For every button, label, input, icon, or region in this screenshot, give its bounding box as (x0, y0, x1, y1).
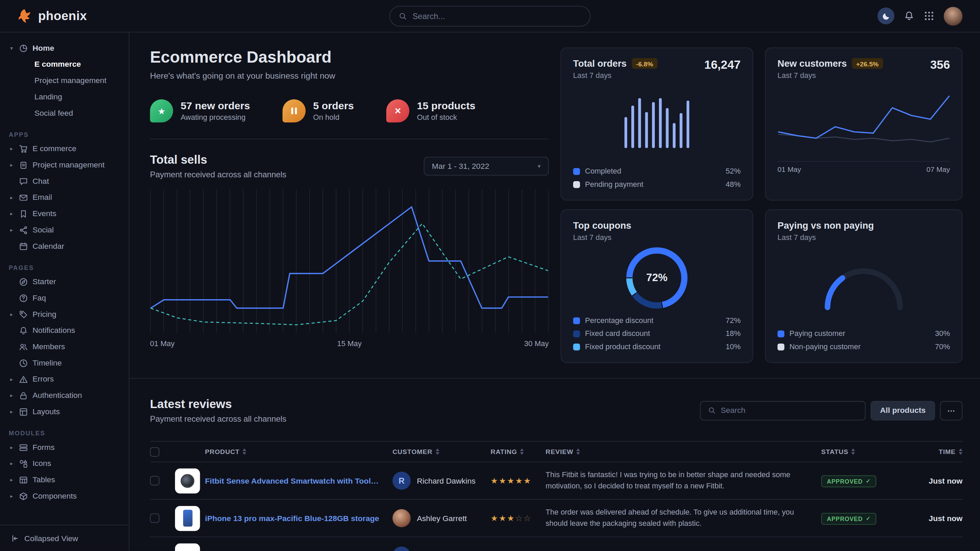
chevron-right-icon: ▸ (9, 195, 14, 200)
total-orders-value: 16,247 (704, 58, 741, 72)
global-search-input[interactable] (412, 11, 581, 21)
sidebar-item-icons[interactable]: ▸ Icons (0, 456, 129, 472)
sidebar-item-ecommerce-app[interactable]: ▸ E commerce (0, 141, 129, 157)
sidebar-item-faq[interactable]: Faq (0, 290, 129, 306)
sidebar-item-label: Forms (32, 443, 54, 452)
all-products-button[interactable]: All products (871, 400, 935, 420)
column-header-status[interactable]: STATUS (821, 448, 905, 456)
reviews-search-input[interactable] (721, 406, 858, 415)
sidebar-subitem-landing[interactable]: Landing (0, 89, 129, 105)
review-time: Just now (929, 514, 962, 523)
sidebar-item-events[interactable]: ▸ Events (0, 206, 129, 222)
column-header-time[interactable]: TIME (939, 448, 963, 456)
sidebar-item-timeline[interactable]: Timeline (0, 355, 129, 371)
total-sells-x-axis: 01 May 15 May 30 May (150, 339, 549, 348)
sidebar-item-label: Faq (32, 294, 46, 303)
phoenix-logo-icon (16, 8, 33, 24)
product-thumbnail[interactable] (175, 543, 200, 551)
sidebar-item-home[interactable]: ▾ Home (0, 40, 129, 56)
sidebar-item-label: Members (32, 342, 65, 351)
product-link[interactable]: iPhone 13 pro max-Pacific Blue-128GB sto… (205, 514, 393, 523)
sidebar-item-tables[interactable]: ▸ Tables (0, 472, 129, 488)
select-all-checkbox[interactable] (150, 447, 160, 456)
sidebar-item-email[interactable]: ▸ Email (0, 189, 129, 206)
column-label: STATUS (821, 448, 849, 456)
column-label: RATING (491, 448, 517, 456)
sidebar-item-starter[interactable]: Starter (0, 274, 129, 290)
row-checkbox[interactable] (150, 476, 160, 486)
chevron-right-icon: ▸ (9, 461, 14, 466)
shapes-icon (19, 459, 28, 468)
check-icon: ✓ (866, 515, 871, 521)
sidebar-item-components[interactable]: ▸ Components (0, 488, 129, 504)
sidebar-item-project-management-app[interactable]: ▸ Project management (0, 157, 129, 173)
legend-row: Pending payment 48% (573, 179, 741, 190)
chevron-down-icon: ▾ (9, 46, 14, 51)
avatar[interactable]: R (393, 472, 410, 490)
sidebar-item-forms[interactable]: ▸ Forms (0, 439, 129, 456)
pie-chart-icon (19, 44, 28, 53)
reviews-search[interactable] (700, 400, 865, 420)
sidebar-item-label: Home (32, 44, 54, 52)
legend-label: Completed (585, 167, 621, 176)
product-thumbnail[interactable] (175, 506, 200, 530)
sidebar-subitem-ecommerce[interactable]: E commerce (0, 56, 129, 73)
stat-out-of-stock: × 15 products Out of stock (386, 99, 476, 122)
new-customers-value: 356 (930, 58, 950, 72)
status-badge: APPROVED ✓ (821, 513, 877, 524)
customer-name: Ashley Garrett (417, 514, 467, 523)
review-time: Just now (929, 476, 962, 485)
status-badge: APPROVED ✓ (821, 475, 877, 487)
sidebar-item-layouts[interactable]: ▸ Layouts (0, 403, 129, 420)
legend-label: Pending payment (585, 180, 643, 189)
global-search[interactable] (389, 6, 590, 27)
sidebar-item-errors[interactable]: ▸ Errors (0, 371, 129, 387)
theme-toggle-button[interactable] (878, 8, 894, 24)
date-range-select[interactable]: Mar 1 - 31, 2022 ▾ (423, 157, 549, 176)
product-link[interactable]: Fitbit Sense Advanced Smartwatch with To… (205, 476, 393, 485)
column-header-rating[interactable]: RATING (491, 448, 546, 456)
sidebar-item-chat[interactable]: Chat (0, 173, 129, 189)
brand-logo[interactable]: phoenix (16, 8, 87, 24)
column-header-product[interactable]: PRODUCT (205, 448, 393, 456)
column-label: PRODUCT (205, 448, 240, 456)
notifications-bell-icon[interactable] (904, 11, 914, 21)
card-period: Last 7 days (573, 233, 631, 242)
sidebar-item-authentication[interactable]: ▸ Authentication (0, 387, 129, 403)
sidebar-item-label: Calendar (32, 241, 64, 251)
sidebar-item-label: Timeline (32, 359, 62, 368)
form-icon (19, 442, 28, 452)
column-header-customer[interactable]: CUSTOMER (393, 448, 491, 456)
avatar[interactable] (393, 546, 410, 551)
product-thumbnail[interactable] (175, 468, 200, 493)
search-icon (708, 407, 716, 414)
sidebar-item-members[interactable]: Members (0, 339, 129, 355)
avatar[interactable] (393, 509, 410, 527)
collapse-view-button[interactable]: Collapsed View (0, 525, 129, 551)
sidebar-item-label: Errors (32, 375, 54, 384)
sidebar-item-label: Authentication (32, 391, 82, 400)
check-icon: ✓ (866, 478, 871, 484)
calendar-icon (19, 241, 28, 251)
legend-swatch (573, 181, 580, 187)
share-icon (19, 225, 28, 235)
sidebar-subitem-project-management[interactable]: Project management (0, 73, 129, 89)
user-avatar[interactable] (944, 6, 963, 25)
sidebar-item-calendar[interactable]: Calendar (0, 238, 129, 254)
apps-grid-icon[interactable] (924, 11, 934, 21)
sort-icon (436, 449, 439, 454)
sort-icon (576, 449, 580, 454)
sidebar-subitem-social-feed[interactable]: Social feed (0, 105, 129, 121)
legend-label: Fixed card discount (585, 329, 650, 338)
more-options-button[interactable]: ⋯ (940, 400, 963, 420)
row-checkbox[interactable] (150, 514, 160, 523)
legend-swatch (573, 317, 580, 324)
table-row: Fitbit Sense Advanced Smartwatch with To… (150, 462, 963, 500)
column-header-review[interactable]: REVIEW (546, 448, 821, 456)
latest-reviews-title: Latest reviews (150, 397, 287, 411)
sidebar-item-pricing[interactable]: ▸ Pricing (0, 306, 129, 322)
sidebar-item-notifications[interactable]: Notifications (0, 322, 129, 339)
chevron-right-icon: ▸ (9, 146, 14, 151)
paying-vs-nonpaying-card: Paying vs non paying Last 7 days Paying … (765, 209, 963, 363)
sidebar-item-social[interactable]: ▸ Social (0, 222, 129, 238)
